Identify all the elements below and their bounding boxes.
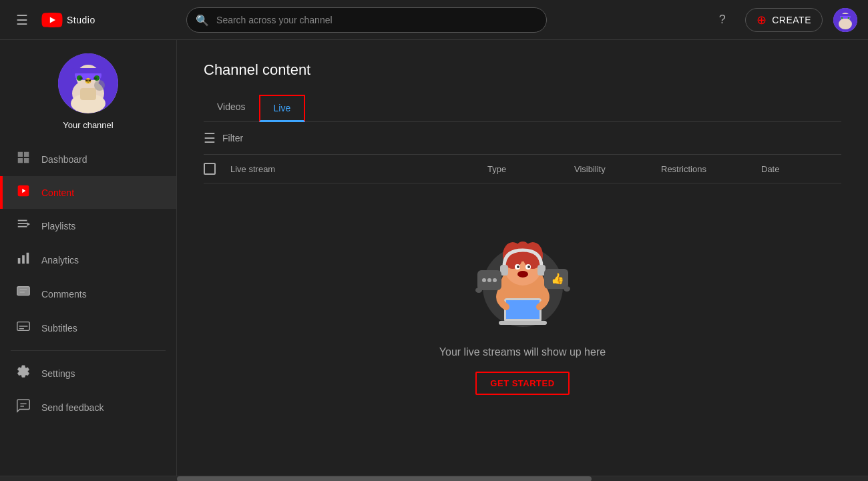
svg-point-5 [841,17,843,19]
table-header: Live stream Type Visibility Restrictions… [204,155,841,183]
sidebar-navigation: Dashboard Content Playlists [0,142,176,424]
svg-rect-24 [18,226,27,227]
sidebar-item-playlists[interactable]: Playlists [0,209,176,243]
nav-right: ? ⊕ CREATE [710,8,857,32]
svg-marker-25 [27,222,31,226]
sidebar-item-subtitles[interactable]: Subtitles [0,311,176,345]
studio-label: Studio [67,15,95,25]
table-container: Live stream Type Visibility Restrictions… [204,155,841,435]
help-icon[interactable]: ? [710,8,734,32]
svg-rect-14 [79,77,83,79]
avatar[interactable] [833,8,857,32]
sidebar-item-label: Playlists [41,221,75,231]
column-type: Type [487,164,574,174]
svg-text:👍: 👍 [551,272,564,285]
svg-point-18 [94,80,105,91]
svg-rect-23 [18,223,27,224]
feedback-icon [16,398,31,416]
dashboard-icon [16,150,31,168]
subtitles-icon [16,319,31,337]
content-tabs: Videos Live [204,95,841,122]
filter-icon[interactable]: ☰ [204,130,216,146]
youtube-logo [41,13,63,27]
tab-videos[interactable]: Videos [204,95,259,122]
top-navigation: ☰ Studio 🔍 ? ⊕ CREATE [0,0,868,40]
sidebar-item-label: Comments [41,289,87,300]
content-area: Channel content Videos Live ☰ Filter Liv… [177,40,868,476]
column-date: Date [761,164,841,174]
analytics-icon [16,251,31,269]
svg-point-46 [517,266,519,268]
search-icon: 🔍 [196,13,209,26]
svg-rect-15 [93,77,97,79]
filter-bar: ☰ Filter [204,122,841,155]
sidebar-item-comments[interactable]: Comments [0,277,176,311]
svg-rect-4 [839,14,852,16]
sidebar-item-analytics[interactable]: Analytics [0,243,176,277]
svg-point-57 [487,278,491,282]
sidebar-item-dashboard[interactable]: Dashboard [0,142,176,176]
svg-point-60 [564,286,570,292]
column-visibility: Visibility [574,164,661,174]
svg-point-48 [517,271,528,278]
settings-icon [16,364,31,382]
main-layout: 😎 Your channel Dashboard Content [0,40,868,476]
search-input[interactable] [186,7,547,33]
svg-rect-22 [18,220,27,221]
create-label: CREATE [772,15,811,25]
svg-point-47 [527,266,530,268]
svg-text:😎: 😎 [85,77,91,84]
comments-icon [16,285,31,303]
sidebar-item-settings[interactable]: Settings [0,356,176,390]
svg-rect-27 [22,255,25,264]
channel-avatar-image: 😎 [58,53,118,113]
column-restrictions: Restrictions [661,164,761,174]
sidebar: 😎 Your channel Dashboard Content [0,40,177,476]
empty-state-image: 👍 [469,223,576,330]
svg-rect-53 [499,321,547,325]
empty-illustration: 👍 [469,223,576,330]
svg-rect-17 [80,88,96,100]
column-live-stream: Live stream [230,164,487,174]
filter-label: Filter [222,133,243,143]
sidebar-divider [11,350,166,351]
svg-rect-11 [71,68,105,73]
tab-live[interactable]: Live [259,95,306,122]
create-video-icon: ⊕ [756,13,767,27]
sidebar-item-label: Analytics [41,255,79,266]
page-title: Channel content [204,61,841,79]
svg-rect-52 [506,300,539,319]
svg-rect-26 [18,258,21,264]
get-started-button[interactable]: GET STARTED [475,372,569,395]
logo-area[interactable]: Studio [41,13,95,27]
select-all-col [204,163,230,175]
sidebar-item-label: Send feedback [41,402,103,413]
menu-icon[interactable]: ☰ [11,7,33,33]
sidebar-item-label: Content [41,187,74,198]
svg-point-6 [847,17,849,19]
scrollbar-thumb[interactable] [177,476,592,481]
create-button[interactable]: ⊕ CREATE [745,8,823,32]
sidebar-item-label: Dashboard [41,154,87,165]
channel-name-label: Your channel [63,120,113,130]
bottom-scrollbar-container [0,476,868,481]
svg-point-56 [482,278,486,282]
empty-state: 👍 Your live streams will show up here GE… [204,183,841,435]
horizontal-scrollbar[interactable] [177,476,868,481]
svg-rect-28 [27,253,29,264]
svg-point-58 [493,278,497,282]
sidebar-item-feedback[interactable]: Send feedback [0,390,176,424]
content-icon [16,184,31,201]
sidebar-item-label: Settings [41,368,75,379]
playlists-icon [16,217,31,235]
search-bar: 🔍 [186,7,547,33]
empty-state-text: Your live streams will show up here [439,346,606,358]
svg-point-55 [475,288,482,293]
select-all-checkbox[interactable] [204,163,216,175]
sidebar-item-content[interactable]: Content [0,176,176,209]
avatar-image [833,8,857,32]
channel-avatar[interactable]: 😎 [58,53,118,113]
sidebar-item-label: Subtitles [41,323,77,334]
